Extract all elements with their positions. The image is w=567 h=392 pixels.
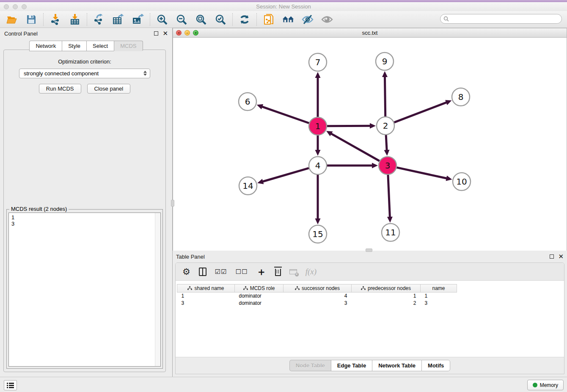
network-window-titlebar[interactable]: ✕ − + scc.txt bbox=[173, 28, 567, 38]
zoom-in-icon[interactable] bbox=[156, 14, 168, 25]
graph-node-label-9: 9 bbox=[382, 56, 388, 66]
column-header-name[interactable]: name bbox=[421, 284, 457, 293]
tab-style[interactable]: Style bbox=[62, 41, 86, 51]
zoom-selected-icon[interactable] bbox=[215, 14, 226, 25]
graph-edge-arrowhead bbox=[382, 71, 388, 77]
table-row[interactable]: 3 dominator 3 2 3 bbox=[177, 300, 457, 307]
tab-select[interactable]: Select bbox=[86, 41, 114, 51]
search-input[interactable] bbox=[440, 14, 562, 24]
graph-node-label-7: 7 bbox=[315, 57, 321, 67]
graph-edge-arrowhead bbox=[315, 150, 321, 156]
graph-edge-2-9[interactable] bbox=[385, 76, 385, 116]
column-header-mcds-role[interactable]: MCDS role bbox=[235, 284, 284, 293]
column-header-successor-nodes[interactable]: successor nodes bbox=[284, 284, 352, 293]
graph-edge-2-8[interactable] bbox=[394, 102, 448, 122]
graph-edge-3-11[interactable] bbox=[388, 175, 390, 218]
control-panel: Control Panel ✕ Network Style Select MCD… bbox=[0, 28, 173, 377]
table-settings-icon[interactable]: ⚙ bbox=[182, 267, 190, 276]
graph-edge-arrowhead bbox=[315, 218, 321, 224]
function-builder-icon: f(x) bbox=[306, 267, 317, 276]
network-window-title: scc.txt bbox=[173, 30, 567, 36]
graph-edge-2-3[interactable] bbox=[386, 135, 387, 151]
show-selected-icon[interactable] bbox=[321, 14, 333, 25]
graph-edge-arrowhead bbox=[315, 72, 321, 78]
memory-button[interactable]: Memory bbox=[527, 380, 564, 390]
table-row[interactable]: 1 dominator 4 1 1 bbox=[177, 293, 457, 300]
save-session-icon[interactable] bbox=[25, 14, 37, 25]
mcds-result-text[interactable]: 1 3 bbox=[8, 213, 161, 367]
vertical-splitter-handle[interactable] bbox=[171, 200, 174, 207]
open-session-icon[interactable] bbox=[6, 14, 18, 25]
table-panel-tabs: Node Table Edge Table Network Table Moti… bbox=[176, 357, 564, 374]
clone-network-icon[interactable] bbox=[263, 14, 275, 25]
import-table-icon[interactable] bbox=[69, 14, 81, 25]
table-panel: Table Panel ✕ ⚙ ☑☑ ☐☐ ＋ f(x) shared name… bbox=[173, 251, 567, 377]
control-panel-tabs: Network Style Select MCDS bbox=[0, 41, 172, 51]
mcds-result-title: MCDS result (2 nodes) bbox=[9, 206, 69, 212]
memory-status-dot bbox=[533, 383, 537, 387]
show-all-networks-icon[interactable] bbox=[282, 14, 294, 25]
export-table-icon[interactable] bbox=[113, 14, 124, 25]
zoom-fit-icon[interactable] bbox=[195, 14, 207, 25]
graph-edge-3-1[interactable] bbox=[330, 133, 380, 161]
table-header-row: shared name MCDS role successor nodes pr… bbox=[177, 284, 457, 293]
deselect-all-rows-icon[interactable]: ☐☐ bbox=[236, 268, 248, 276]
import-network-icon[interactable] bbox=[50, 14, 61, 25]
column-header-predecessor-nodes[interactable]: predecessor nodes bbox=[352, 284, 421, 293]
window-title: Session: New Session bbox=[0, 3, 567, 10]
table-toolbar: ⚙ ☑☑ ☐☐ ＋ f(x) bbox=[176, 263, 564, 281]
network-graph: 1234678910111415 bbox=[173, 38, 567, 251]
horizontal-splitter-handle[interactable] bbox=[366, 248, 372, 252]
graph-edge-arrowhead bbox=[257, 104, 263, 109]
float-table-panel-icon[interactable] bbox=[550, 254, 554, 259]
graph-edge-3-10[interactable] bbox=[396, 168, 447, 179]
task-history-button[interactable] bbox=[4, 380, 17, 390]
tab-mcds[interactable]: MCDS bbox=[114, 41, 143, 51]
mcds-result-group: MCDS result (2 nodes) 1 3 bbox=[6, 209, 163, 369]
graph-node-label-2: 2 bbox=[383, 121, 388, 131]
add-column-icon[interactable]: ＋ bbox=[256, 267, 267, 277]
tab-network-table[interactable]: Network Table bbox=[372, 360, 421, 371]
export-image-icon[interactable] bbox=[132, 14, 144, 25]
result-scrollbar[interactable] bbox=[155, 213, 160, 366]
graph-node-label-14: 14 bbox=[242, 181, 253, 191]
optimization-criterion-label: Optimization criterion: bbox=[4, 58, 165, 65]
zoom-out-icon[interactable] bbox=[176, 14, 187, 25]
graph-node-label-11: 11 bbox=[385, 227, 396, 237]
graph-edge-1-6[interactable] bbox=[261, 106, 309, 123]
control-panel-title: Control Panel bbox=[4, 30, 38, 37]
graph-edge-1-2[interactable] bbox=[327, 126, 371, 126]
apply-layout-icon[interactable] bbox=[239, 14, 250, 25]
graph-edge-arrowhead bbox=[446, 176, 452, 181]
graph-node-label-6: 6 bbox=[245, 97, 250, 107]
graph-edge-4-14[interactable] bbox=[262, 168, 309, 182]
tab-node-table[interactable]: Node Table bbox=[289, 360, 331, 371]
graph-node-label-3: 3 bbox=[385, 160, 391, 171]
run-mcds-button[interactable]: Run MCDS bbox=[39, 84, 81, 94]
export-network-icon[interactable] bbox=[93, 14, 105, 25]
criterion-select[interactable]: strongly connected component bbox=[19, 69, 150, 78]
table-panel-title: Table Panel bbox=[176, 254, 205, 260]
column-header-shared-name[interactable]: shared name bbox=[177, 284, 235, 293]
graph-node-label-10: 10 bbox=[456, 177, 467, 187]
select-all-rows-icon[interactable]: ☑☑ bbox=[215, 268, 227, 276]
hide-selected-icon[interactable] bbox=[302, 14, 314, 25]
tab-network[interactable]: Network bbox=[29, 41, 62, 51]
select-columns-icon[interactable] bbox=[199, 268, 206, 276]
graph-node-label-1: 1 bbox=[315, 121, 321, 131]
search-container bbox=[440, 14, 562, 24]
graph-edge-arrowhead bbox=[257, 179, 264, 184]
delete-column-icon[interactable] bbox=[275, 267, 281, 276]
network-canvas[interactable]: 1234678910111415 bbox=[173, 38, 567, 251]
close-table-panel-icon[interactable]: ✕ bbox=[558, 254, 564, 259]
graph-edge-arrowhead bbox=[372, 163, 378, 168]
app-titlebar: Session: New Session bbox=[0, 2, 567, 11]
tab-edge-table[interactable]: Edge Table bbox=[331, 360, 372, 371]
close-panel-button[interactable]: Close panel bbox=[87, 84, 131, 94]
table-panel-surface: ⚙ ☑☑ ☐☐ ＋ f(x) shared name MCDS role suc… bbox=[175, 262, 564, 374]
float-panel-icon[interactable] bbox=[154, 31, 158, 36]
tab-motifs[interactable]: Motifs bbox=[421, 360, 450, 371]
node-table: shared name MCDS role successor nodes pr… bbox=[177, 284, 457, 307]
main-toolbar bbox=[0, 11, 567, 28]
close-panel-icon[interactable]: ✕ bbox=[162, 31, 168, 36]
